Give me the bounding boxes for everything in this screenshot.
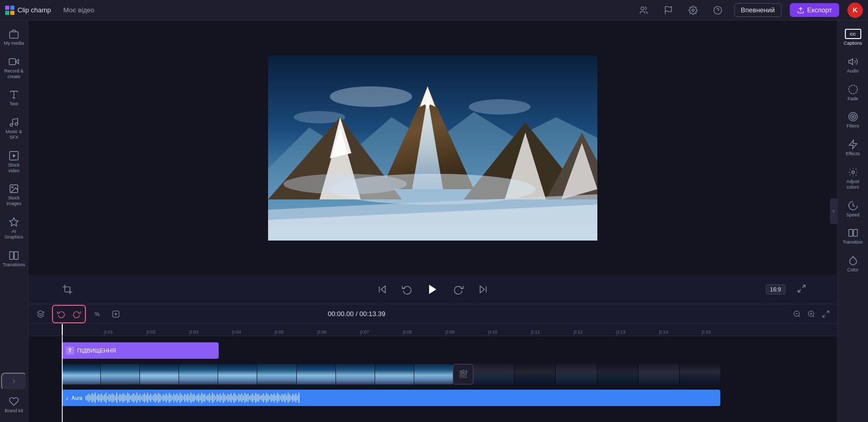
- wave-bar: [133, 393, 134, 402]
- wave-bar: [170, 394, 171, 401]
- wave-bar: [101, 393, 102, 402]
- wave-bar: [180, 393, 181, 403]
- timeline-ruler: 0:01 0:02 0:03 0:04 0:05 0:06 0:07: [28, 324, 837, 336]
- wave-bar: [206, 396, 207, 400]
- wave-bar: [212, 393, 213, 403]
- sidebar-item-brand-kit[interactable]: Brand kit: [1, 392, 27, 418]
- sidebar-item-stock-images[interactable]: Stock images: [1, 179, 27, 211]
- sidebar-item-text[interactable]: Text: [1, 85, 27, 111]
- flag-icon-btn[interactable]: [660, 2, 677, 19]
- right-sidebar-item-effects[interactable]: Effects: [839, 135, 867, 161]
- wave-bar: [286, 395, 287, 400]
- audio-clip[interactable]: ♪ Aura // Will be rendered by setup belo…: [62, 390, 720, 406]
- sidebar-item-my-media[interactable]: My media: [1, 25, 27, 50]
- sidebar-item-stock-images-label: Stock images: [3, 195, 25, 207]
- sidebar-item-music-sfx[interactable]: Music & SFX: [1, 113, 27, 144]
- export-button[interactable]: Експорт: [790, 3, 839, 17]
- wave-bar: [197, 395, 198, 401]
- right-sidebar-item-filters[interactable]: Filters: [839, 107, 867, 133]
- wave-bar: [132, 394, 133, 401]
- right-sidebar-item-color[interactable]: Color: [839, 251, 867, 277]
- wave-bar: [109, 394, 110, 402]
- project-name: Моє відео: [63, 6, 94, 14]
- wave-bar: [146, 395, 147, 401]
- wave-bar: [153, 394, 154, 401]
- sidebar-item-transitions[interactable]: Transitions: [1, 246, 27, 272]
- right-sidebar-item-transition[interactable]: Transition: [839, 224, 867, 249]
- right-sidebar-item-audio[interactable]: Audio: [839, 52, 867, 78]
- svg-line-44: [803, 285, 805, 288]
- right-sidebar-item-captions[interactable]: CC Captions: [839, 25, 867, 50]
- snap-button[interactable]: [33, 307, 48, 321]
- add-media-button[interactable]: [109, 307, 123, 321]
- people-icon-btn[interactable]: [635, 2, 652, 19]
- wave-bar: [210, 395, 211, 400]
- wave-bar: [217, 394, 218, 402]
- svg-marker-68: [849, 140, 857, 149]
- wave-bar: [190, 393, 191, 403]
- redo-button[interactable]: [69, 307, 84, 321]
- svg-line-53: [813, 316, 814, 317]
- skip-back-button[interactable]: [374, 281, 391, 298]
- sidebar-item-ai-graphics[interactable]: AI Graphics: [1, 213, 27, 244]
- svg-line-56: [826, 311, 829, 314]
- video-audio-icon: [460, 368, 468, 377]
- wave-bar: [130, 396, 131, 400]
- wave-bar: [118, 396, 119, 400]
- video-clip-2[interactable]: [473, 364, 720, 384]
- effects-label: Effects: [846, 151, 860, 157]
- svg-rect-70: [848, 230, 853, 236]
- ruler-mark-10: 0:10: [488, 329, 498, 335]
- fullscreen-button[interactable]: [797, 284, 806, 295]
- audio-clip-label: Aura: [72, 395, 82, 401]
- play-button[interactable]: [423, 280, 442, 299]
- sidebar-item-ai-graphics-label: AI Graphics: [3, 229, 25, 240]
- playhead: [62, 324, 63, 336]
- vpevneniy-button[interactable]: Впевнений: [734, 3, 782, 17]
- wave-bar: [88, 394, 90, 402]
- ruler-mark-11: 0:11: [531, 329, 540, 335]
- wave-bar: [275, 395, 276, 400]
- wave-bar: [121, 395, 122, 401]
- zoom-in-button[interactable]: [805, 308, 818, 320]
- text-track-content[interactable]: T ПІДВИЩЕННЯ: [62, 340, 837, 361]
- svg-point-2: [692, 9, 695, 11]
- timeline-section: % 00:00.00 / 00:13.39: [28, 304, 837, 422]
- forward-5-button[interactable]: [450, 281, 467, 298]
- sidebar-item-stock-video[interactable]: Stock video: [1, 146, 27, 178]
- crop-button[interactable]: [59, 281, 76, 298]
- video-clip-1[interactable]: [62, 364, 453, 384]
- right-sidebar-item-adjust-colors[interactable]: Adjust colors: [839, 163, 867, 194]
- wave-bar: [187, 393, 188, 402]
- wave-bar: [272, 395, 273, 401]
- video-track-row: [28, 363, 837, 386]
- fit-button[interactable]: [820, 308, 832, 320]
- undo-button[interactable]: [54, 307, 68, 321]
- help-icon-btn[interactable]: [710, 2, 726, 19]
- wave-bar: [244, 393, 245, 403]
- settings-icon-btn[interactable]: [685, 2, 701, 19]
- sidebar-collapse-btn[interactable]: [1, 373, 27, 390]
- right-sidebar-item-speed[interactable]: Speed: [839, 196, 867, 222]
- wave-bar: [112, 393, 113, 402]
- wave-bar: [252, 393, 253, 402]
- wave-bar: [147, 393, 148, 403]
- wave-bar: [291, 396, 292, 400]
- text-clip-label: ПІДВИЩЕННЯ: [77, 347, 116, 354]
- sidebar-item-record-create[interactable]: Record & create: [1, 52, 27, 84]
- split-button[interactable]: %: [90, 307, 104, 321]
- audio-track-content[interactable]: ♪ Aura // Will be rendered by setup belo…: [62, 388, 837, 408]
- fade-label: Fade: [847, 96, 858, 102]
- text-track-clip[interactable]: T ПІДВИЩЕННЯ: [62, 342, 219, 359]
- speed-label: Speed: [846, 212, 859, 218]
- skip-forward-button[interactable]: [475, 281, 491, 298]
- time-display: 00:00.00 / 00:13.39: [328, 310, 385, 318]
- wave-bar: [223, 393, 224, 403]
- video-track-content[interactable]: [62, 363, 837, 386]
- rewind-5-button[interactable]: [399, 281, 415, 298]
- right-sidebar-item-fade[interactable]: Fade: [839, 80, 867, 106]
- wave-bar: [237, 396, 238, 400]
- zoom-out-button[interactable]: [791, 308, 803, 320]
- right-sidebar-collapse-btn[interactable]: [830, 198, 837, 224]
- wave-bar: [150, 394, 151, 402]
